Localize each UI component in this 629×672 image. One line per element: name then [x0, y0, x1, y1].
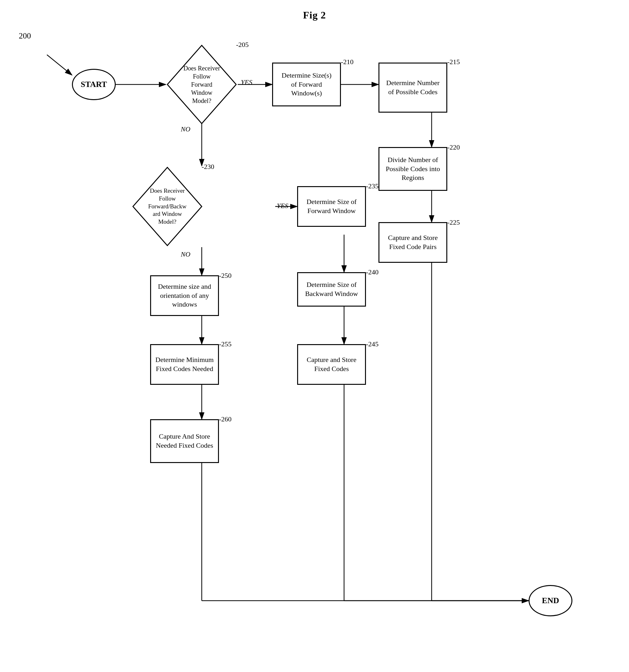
- ref-235: -235: [366, 182, 379, 190]
- end-oval: END: [529, 585, 573, 616]
- ref-210: -210: [341, 58, 354, 66]
- node-245: Capture and Store Fixed Codes: [297, 344, 366, 385]
- ref-205: -205: [236, 41, 249, 49]
- ref-200: 200: [19, 31, 31, 41]
- node-210: Determine Size(s) of Forward Window(s): [272, 63, 341, 106]
- ref-260: -260: [219, 415, 232, 423]
- node-215: Determine Number of Possible Codes: [379, 63, 447, 113]
- ref-245: -245: [366, 340, 379, 348]
- node-250: Determine size and orientation of any wi…: [150, 275, 219, 316]
- no-label-205: NO: [181, 125, 191, 133]
- yes-label-205: YES: [241, 78, 252, 86]
- ref-220: -220: [447, 143, 460, 151]
- yes-label-230: YES: [277, 202, 288, 210]
- node-260: Capture And Store Needed Fixed Codes: [150, 419, 219, 463]
- ref-215: -215: [447, 58, 460, 66]
- start-oval: START: [72, 69, 116, 100]
- ref-250: -250: [219, 271, 232, 280]
- node-230-label: Does ReceiverFollowForward/Backward Wind…: [148, 187, 187, 225]
- ref-230: -230: [202, 163, 214, 171]
- node-205-label: Does ReceiverFollowForwardWindowModel?: [183, 64, 220, 105]
- node-255: Determine Minimum Fixed Codes Needed: [150, 344, 219, 385]
- ref-255: -255: [219, 340, 232, 348]
- node-220: Divide Number of Possible Codes into Reg…: [379, 147, 447, 191]
- ref-225: -225: [447, 218, 460, 226]
- ref-240: -240: [366, 268, 379, 276]
- node-240: Determine Size of Backward Window: [297, 272, 366, 307]
- page-title: Fig 2: [0, 0, 629, 21]
- node-225: Capture and Store Fixed Code Pairs: [379, 222, 447, 263]
- svg-line-1: [47, 55, 72, 75]
- no-label-230: NO: [181, 250, 191, 258]
- node-235: Determine Size of Forward Window: [297, 186, 366, 227]
